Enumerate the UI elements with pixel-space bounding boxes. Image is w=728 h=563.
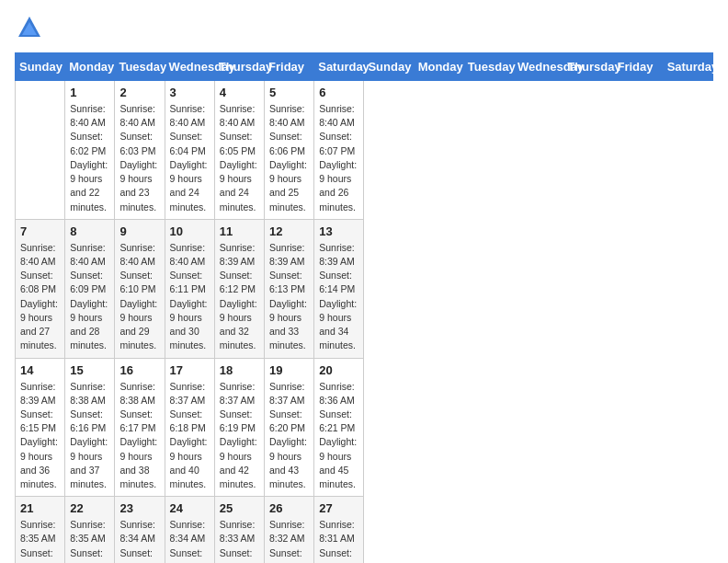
day-number: 3 bbox=[170, 86, 210, 99]
calendar-cell: 11Sunrise: 8:39 AMSunset: 6:12 PMDayligh… bbox=[214, 219, 264, 358]
calendar-cell: 15Sunrise: 8:38 AMSunset: 6:16 PMDayligh… bbox=[65, 358, 115, 497]
logo bbox=[15, 15, 42, 45]
calendar-cell: 17Sunrise: 8:37 AMSunset: 6:18 PMDayligh… bbox=[165, 358, 214, 497]
page-header bbox=[15, 15, 713, 45]
day-number: 9 bbox=[119, 224, 159, 238]
calendar-cell: 21Sunrise: 8:35 AMSunset: 6:22 PMDayligh… bbox=[16, 497, 65, 563]
day-number: 16 bbox=[119, 363, 159, 377]
calendar-cell: 8Sunrise: 8:40 AMSunset: 6:09 PMDaylight… bbox=[65, 219, 115, 358]
weekday-header: Saturday bbox=[663, 53, 712, 81]
day-info: Sunrise: 8:40 AMSunset: 6:02 PMDaylight:… bbox=[70, 102, 109, 214]
day-number: 13 bbox=[319, 224, 358, 238]
weekday-header: Thursday bbox=[563, 53, 613, 81]
day-number: 19 bbox=[269, 363, 309, 377]
day-number: 1 bbox=[70, 86, 109, 99]
day-number: 27 bbox=[319, 501, 358, 515]
calendar-cell: 23Sunrise: 8:34 AMSunset: 6:25 PMDayligh… bbox=[115, 497, 165, 563]
calendar-cell: 26Sunrise: 8:32 AMSunset: 6:28 PMDayligh… bbox=[265, 497, 314, 563]
weekday-header: Friday bbox=[613, 53, 663, 81]
day-info: Sunrise: 8:35 AMSunset: 6:24 PMDaylight:… bbox=[70, 518, 109, 563]
calendar-cell: 13Sunrise: 8:39 AMSunset: 6:14 PMDayligh… bbox=[314, 219, 364, 358]
day-info: Sunrise: 8:40 AMSunset: 6:04 PMDaylight:… bbox=[170, 102, 210, 214]
day-number: 8 bbox=[70, 224, 109, 238]
day-info: Sunrise: 8:40 AMSunset: 6:03 PMDaylight:… bbox=[119, 102, 159, 214]
day-info: Sunrise: 8:32 AMSunset: 6:28 PMDaylight:… bbox=[269, 518, 309, 563]
day-info: Sunrise: 8:37 AMSunset: 6:18 PMDaylight:… bbox=[170, 380, 210, 492]
day-number: 24 bbox=[170, 501, 210, 515]
calendar-week-row: 21Sunrise: 8:35 AMSunset: 6:22 PMDayligh… bbox=[16, 497, 713, 563]
day-info: Sunrise: 8:40 AMSunset: 6:10 PMDaylight:… bbox=[119, 241, 159, 353]
weekday-header: Saturday bbox=[314, 53, 364, 81]
day-number: 12 bbox=[269, 224, 309, 238]
day-info: Sunrise: 8:31 AMSunset: 6:30 PMDaylight:… bbox=[319, 518, 358, 563]
day-info: Sunrise: 8:35 AMSunset: 6:22 PMDaylight:… bbox=[20, 518, 60, 563]
day-info: Sunrise: 8:37 AMSunset: 6:19 PMDaylight:… bbox=[220, 380, 259, 492]
calendar-cell: 4Sunrise: 8:40 AMSunset: 6:05 PMDaylight… bbox=[214, 81, 264, 220]
day-number: 17 bbox=[170, 363, 210, 377]
day-info: Sunrise: 8:40 AMSunset: 6:09 PMDaylight:… bbox=[70, 241, 109, 353]
day-number: 10 bbox=[170, 224, 210, 238]
weekday-header: Wednesday bbox=[514, 53, 563, 81]
calendar-cell: 27Sunrise: 8:31 AMSunset: 6:30 PMDayligh… bbox=[314, 497, 364, 563]
calendar-cell: 7Sunrise: 8:40 AMSunset: 6:08 PMDaylight… bbox=[16, 219, 65, 358]
calendar-cell: 16Sunrise: 8:38 AMSunset: 6:17 PMDayligh… bbox=[115, 358, 165, 497]
calendar-cell: 2Sunrise: 8:40 AMSunset: 6:03 PMDaylight… bbox=[115, 81, 165, 220]
day-info: Sunrise: 8:40 AMSunset: 6:11 PMDaylight:… bbox=[170, 241, 210, 353]
weekday-header: Wednesday bbox=[165, 53, 214, 81]
calendar-cell: 1Sunrise: 8:40 AMSunset: 6:02 PMDaylight… bbox=[65, 81, 115, 220]
weekday-header: Monday bbox=[65, 53, 115, 81]
day-info: Sunrise: 8:34 AMSunset: 6:26 PMDaylight:… bbox=[170, 518, 210, 563]
day-number: 14 bbox=[20, 363, 60, 377]
day-info: Sunrise: 8:39 AMSunset: 6:14 PMDaylight:… bbox=[319, 241, 358, 353]
day-info: Sunrise: 8:39 AMSunset: 6:13 PMDaylight:… bbox=[269, 241, 309, 353]
calendar-cell: 20Sunrise: 8:36 AMSunset: 6:21 PMDayligh… bbox=[314, 358, 364, 497]
day-info: Sunrise: 8:34 AMSunset: 6:25 PMDaylight:… bbox=[119, 518, 159, 563]
day-number: 25 bbox=[220, 501, 259, 515]
weekday-header: Tuesday bbox=[115, 53, 165, 81]
day-info: Sunrise: 8:38 AMSunset: 6:17 PMDaylight:… bbox=[119, 380, 159, 492]
logo-icon bbox=[17, 15, 42, 40]
calendar-table: SundayMondayTuesdayWednesdayThursdayFrid… bbox=[15, 52, 713, 563]
day-info: Sunrise: 8:40 AMSunset: 6:06 PMDaylight:… bbox=[269, 102, 309, 214]
day-info: Sunrise: 8:37 AMSunset: 6:20 PMDaylight:… bbox=[269, 380, 309, 492]
calendar-cell: 25Sunrise: 8:33 AMSunset: 6:27 PMDayligh… bbox=[214, 497, 264, 563]
day-number: 5 bbox=[269, 86, 309, 99]
calendar-cell bbox=[16, 81, 65, 220]
day-info: Sunrise: 8:40 AMSunset: 6:08 PMDaylight:… bbox=[20, 241, 60, 353]
calendar-cell: 3Sunrise: 8:40 AMSunset: 6:04 PMDaylight… bbox=[165, 81, 214, 220]
day-number: 15 bbox=[70, 363, 109, 377]
calendar-week-row: 7Sunrise: 8:40 AMSunset: 6:08 PMDaylight… bbox=[16, 219, 713, 358]
calendar-cell: 5Sunrise: 8:40 AMSunset: 6:06 PMDaylight… bbox=[265, 81, 314, 220]
calendar-cell: 6Sunrise: 8:40 AMSunset: 6:07 PMDaylight… bbox=[314, 81, 364, 220]
day-number: 22 bbox=[70, 501, 109, 515]
calendar-cell: 9Sunrise: 8:40 AMSunset: 6:10 PMDaylight… bbox=[115, 219, 165, 358]
day-info: Sunrise: 8:40 AMSunset: 6:05 PMDaylight:… bbox=[220, 102, 259, 214]
calendar-cell: 12Sunrise: 8:39 AMSunset: 6:13 PMDayligh… bbox=[265, 219, 314, 358]
weekday-header: Sunday bbox=[364, 53, 414, 81]
calendar-cell: 14Sunrise: 8:39 AMSunset: 6:15 PMDayligh… bbox=[16, 358, 65, 497]
weekday-header: Monday bbox=[414, 53, 463, 81]
weekday-header: Tuesday bbox=[463, 53, 513, 81]
day-number: 20 bbox=[319, 363, 358, 377]
day-number: 21 bbox=[20, 501, 60, 515]
day-info: Sunrise: 8:33 AMSunset: 6:27 PMDaylight:… bbox=[220, 518, 259, 563]
day-number: 18 bbox=[220, 363, 259, 377]
calendar-cell: 24Sunrise: 8:34 AMSunset: 6:26 PMDayligh… bbox=[165, 497, 214, 563]
calendar-cell: 18Sunrise: 8:37 AMSunset: 6:19 PMDayligh… bbox=[214, 358, 264, 497]
calendar-week-row: 14Sunrise: 8:39 AMSunset: 6:15 PMDayligh… bbox=[16, 358, 713, 497]
day-info: Sunrise: 8:40 AMSunset: 6:07 PMDaylight:… bbox=[319, 102, 358, 214]
day-info: Sunrise: 8:39 AMSunset: 6:12 PMDaylight:… bbox=[220, 241, 259, 353]
calendar-cell: 22Sunrise: 8:35 AMSunset: 6:24 PMDayligh… bbox=[65, 497, 115, 563]
day-number: 7 bbox=[20, 224, 60, 238]
weekday-header: Sunday bbox=[16, 53, 65, 81]
weekday-header: Friday bbox=[265, 53, 314, 81]
day-number: 6 bbox=[319, 86, 358, 99]
day-info: Sunrise: 8:36 AMSunset: 6:21 PMDaylight:… bbox=[319, 380, 358, 492]
weekday-header: Thursday bbox=[214, 53, 264, 81]
day-number: 2 bbox=[119, 86, 159, 99]
calendar-cell: 19Sunrise: 8:37 AMSunset: 6:20 PMDayligh… bbox=[265, 358, 314, 497]
day-number: 23 bbox=[119, 501, 159, 515]
day-number: 4 bbox=[220, 86, 259, 99]
calendar-cell: 10Sunrise: 8:40 AMSunset: 6:11 PMDayligh… bbox=[165, 219, 214, 358]
day-number: 26 bbox=[269, 501, 309, 515]
